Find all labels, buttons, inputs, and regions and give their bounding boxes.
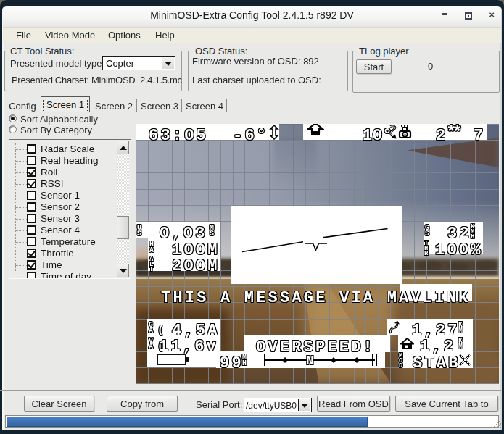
svg-text:N: N	[306, 354, 314, 367]
